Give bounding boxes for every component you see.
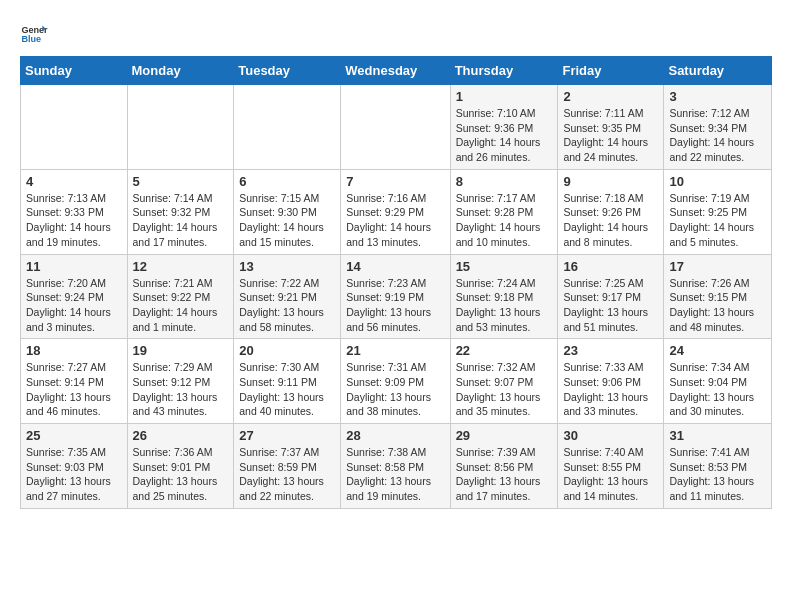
day-number: 21 [346,343,444,358]
day-info: Sunrise: 7:32 AM Sunset: 9:07 PM Dayligh… [456,360,553,419]
day-cell: 28Sunrise: 7:38 AM Sunset: 8:58 PM Dayli… [341,424,450,509]
day-number: 26 [133,428,229,443]
day-info: Sunrise: 7:14 AM Sunset: 9:32 PM Dayligh… [133,191,229,250]
day-number: 17 [669,259,766,274]
day-number: 15 [456,259,553,274]
weekday-monday: Monday [127,57,234,85]
day-cell: 24Sunrise: 7:34 AM Sunset: 9:04 PM Dayli… [664,339,772,424]
day-cell: 6Sunrise: 7:15 AM Sunset: 9:30 PM Daylig… [234,169,341,254]
day-cell: 14Sunrise: 7:23 AM Sunset: 9:19 PM Dayli… [341,254,450,339]
day-info: Sunrise: 7:33 AM Sunset: 9:06 PM Dayligh… [563,360,658,419]
day-number: 12 [133,259,229,274]
week-row-1: 1Sunrise: 7:10 AM Sunset: 9:36 PM Daylig… [21,85,772,170]
day-info: Sunrise: 7:15 AM Sunset: 9:30 PM Dayligh… [239,191,335,250]
week-row-5: 25Sunrise: 7:35 AM Sunset: 9:03 PM Dayli… [21,424,772,509]
day-cell: 22Sunrise: 7:32 AM Sunset: 9:07 PM Dayli… [450,339,558,424]
day-cell: 10Sunrise: 7:19 AM Sunset: 9:25 PM Dayli… [664,169,772,254]
day-number: 22 [456,343,553,358]
day-cell: 21Sunrise: 7:31 AM Sunset: 9:09 PM Dayli… [341,339,450,424]
svg-text:Blue: Blue [21,34,41,44]
day-number: 27 [239,428,335,443]
day-number: 31 [669,428,766,443]
day-info: Sunrise: 7:37 AM Sunset: 8:59 PM Dayligh… [239,445,335,504]
day-number: 29 [456,428,553,443]
weekday-friday: Friday [558,57,664,85]
header: General Blue [20,20,772,48]
day-cell: 23Sunrise: 7:33 AM Sunset: 9:06 PM Dayli… [558,339,664,424]
day-number: 6 [239,174,335,189]
day-info: Sunrise: 7:24 AM Sunset: 9:18 PM Dayligh… [456,276,553,335]
day-info: Sunrise: 7:34 AM Sunset: 9:04 PM Dayligh… [669,360,766,419]
day-cell: 3Sunrise: 7:12 AM Sunset: 9:34 PM Daylig… [664,85,772,170]
day-number: 1 [456,89,553,104]
day-number: 8 [456,174,553,189]
weekday-sunday: Sunday [21,57,128,85]
day-info: Sunrise: 7:39 AM Sunset: 8:56 PM Dayligh… [456,445,553,504]
day-number: 20 [239,343,335,358]
calendar-table: SundayMondayTuesdayWednesdayThursdayFrid… [20,56,772,509]
day-info: Sunrise: 7:27 AM Sunset: 9:14 PM Dayligh… [26,360,122,419]
day-info: Sunrise: 7:36 AM Sunset: 9:01 PM Dayligh… [133,445,229,504]
day-number: 7 [346,174,444,189]
day-number: 30 [563,428,658,443]
day-number: 11 [26,259,122,274]
day-info: Sunrise: 7:13 AM Sunset: 9:33 PM Dayligh… [26,191,122,250]
day-number: 28 [346,428,444,443]
day-cell: 2Sunrise: 7:11 AM Sunset: 9:35 PM Daylig… [558,85,664,170]
day-cell: 11Sunrise: 7:20 AM Sunset: 9:24 PM Dayli… [21,254,128,339]
day-cell: 18Sunrise: 7:27 AM Sunset: 9:14 PM Dayli… [21,339,128,424]
week-row-3: 11Sunrise: 7:20 AM Sunset: 9:24 PM Dayli… [21,254,772,339]
day-cell: 9Sunrise: 7:18 AM Sunset: 9:26 PM Daylig… [558,169,664,254]
day-info: Sunrise: 7:23 AM Sunset: 9:19 PM Dayligh… [346,276,444,335]
day-info: Sunrise: 7:29 AM Sunset: 9:12 PM Dayligh… [133,360,229,419]
day-number: 4 [26,174,122,189]
day-cell [234,85,341,170]
page: General Blue SundayMondayTuesdayWednesda… [0,0,792,519]
day-number: 16 [563,259,658,274]
day-number: 24 [669,343,766,358]
day-number: 9 [563,174,658,189]
day-info: Sunrise: 7:17 AM Sunset: 9:28 PM Dayligh… [456,191,553,250]
day-cell: 16Sunrise: 7:25 AM Sunset: 9:17 PM Dayli… [558,254,664,339]
week-row-2: 4Sunrise: 7:13 AM Sunset: 9:33 PM Daylig… [21,169,772,254]
weekday-header-row: SundayMondayTuesdayWednesdayThursdayFrid… [21,57,772,85]
day-info: Sunrise: 7:31 AM Sunset: 9:09 PM Dayligh… [346,360,444,419]
day-cell: 31Sunrise: 7:41 AM Sunset: 8:53 PM Dayli… [664,424,772,509]
day-number: 2 [563,89,658,104]
day-info: Sunrise: 7:40 AM Sunset: 8:55 PM Dayligh… [563,445,658,504]
day-info: Sunrise: 7:22 AM Sunset: 9:21 PM Dayligh… [239,276,335,335]
day-info: Sunrise: 7:11 AM Sunset: 9:35 PM Dayligh… [563,106,658,165]
day-cell: 8Sunrise: 7:17 AM Sunset: 9:28 PM Daylig… [450,169,558,254]
week-row-4: 18Sunrise: 7:27 AM Sunset: 9:14 PM Dayli… [21,339,772,424]
day-info: Sunrise: 7:16 AM Sunset: 9:29 PM Dayligh… [346,191,444,250]
day-info: Sunrise: 7:30 AM Sunset: 9:11 PM Dayligh… [239,360,335,419]
logo-icon: General Blue [20,20,48,48]
day-number: 5 [133,174,229,189]
day-info: Sunrise: 7:26 AM Sunset: 9:15 PM Dayligh… [669,276,766,335]
day-cell: 20Sunrise: 7:30 AM Sunset: 9:11 PM Dayli… [234,339,341,424]
logo: General Blue [20,20,50,48]
day-cell: 12Sunrise: 7:21 AM Sunset: 9:22 PM Dayli… [127,254,234,339]
day-cell: 7Sunrise: 7:16 AM Sunset: 9:29 PM Daylig… [341,169,450,254]
weekday-wednesday: Wednesday [341,57,450,85]
day-cell: 17Sunrise: 7:26 AM Sunset: 9:15 PM Dayli… [664,254,772,339]
day-info: Sunrise: 7:38 AM Sunset: 8:58 PM Dayligh… [346,445,444,504]
day-cell: 1Sunrise: 7:10 AM Sunset: 9:36 PM Daylig… [450,85,558,170]
day-cell: 26Sunrise: 7:36 AM Sunset: 9:01 PM Dayli… [127,424,234,509]
day-number: 25 [26,428,122,443]
day-number: 18 [26,343,122,358]
day-info: Sunrise: 7:21 AM Sunset: 9:22 PM Dayligh… [133,276,229,335]
day-cell [21,85,128,170]
day-info: Sunrise: 7:25 AM Sunset: 9:17 PM Dayligh… [563,276,658,335]
weekday-tuesday: Tuesday [234,57,341,85]
day-cell: 19Sunrise: 7:29 AM Sunset: 9:12 PM Dayli… [127,339,234,424]
day-cell [127,85,234,170]
day-cell [341,85,450,170]
day-number: 23 [563,343,658,358]
day-info: Sunrise: 7:18 AM Sunset: 9:26 PM Dayligh… [563,191,658,250]
day-info: Sunrise: 7:41 AM Sunset: 8:53 PM Dayligh… [669,445,766,504]
day-number: 14 [346,259,444,274]
day-cell: 25Sunrise: 7:35 AM Sunset: 9:03 PM Dayli… [21,424,128,509]
day-cell: 15Sunrise: 7:24 AM Sunset: 9:18 PM Dayli… [450,254,558,339]
day-info: Sunrise: 7:10 AM Sunset: 9:36 PM Dayligh… [456,106,553,165]
